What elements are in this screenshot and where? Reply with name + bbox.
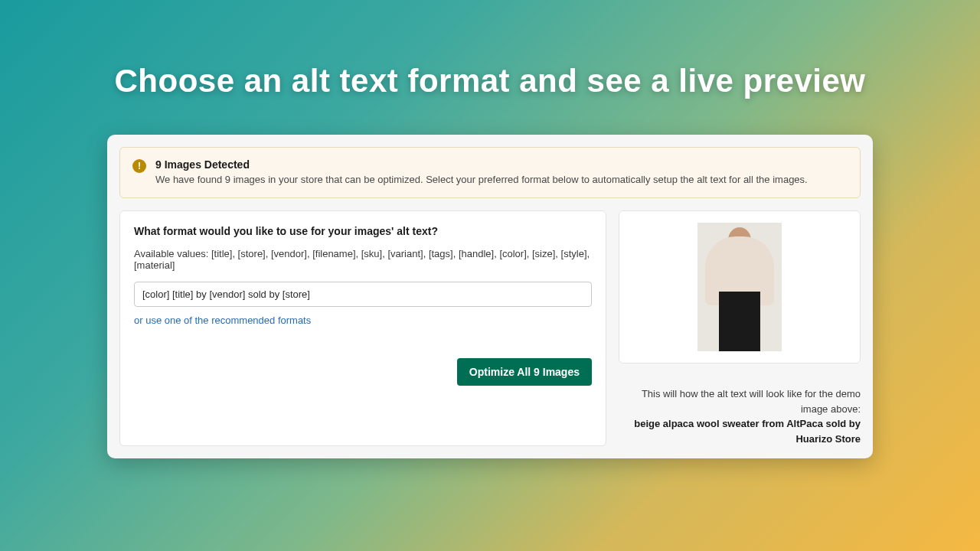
preview-caption-lead: This will how the alt text will look lik… [642, 388, 861, 415]
preview-panel [619, 210, 861, 364]
format-panel: What format would you like to use for yo… [119, 210, 606, 446]
format-question: What format would you like to use for yo… [134, 225, 592, 237]
optimize-button[interactable]: Optimize All 9 Images [457, 358, 592, 386]
notice-text: We have found 9 images in your store tha… [155, 173, 808, 187]
preview-caption: This will how the alt text will look lik… [619, 386, 861, 446]
preview-caption-result: beige alpaca wool sweater from AltPaca s… [634, 418, 861, 445]
notice-title: 9 Images Detected [155, 158, 808, 171]
main-card: ! 9 Images Detected We have found 9 imag… [107, 135, 873, 458]
available-values-label: Available values: [title], [store], [ven… [134, 248, 592, 271]
format-input[interactable] [134, 282, 592, 307]
recommended-formats-link[interactable]: or use one of the recommended formats [134, 315, 592, 326]
warning-icon: ! [132, 159, 146, 173]
preview-image [697, 223, 782, 351]
notice-banner: ! 9 Images Detected We have found 9 imag… [119, 147, 861, 198]
hero-title: Choose an alt text format and see a live… [0, 0, 980, 99]
